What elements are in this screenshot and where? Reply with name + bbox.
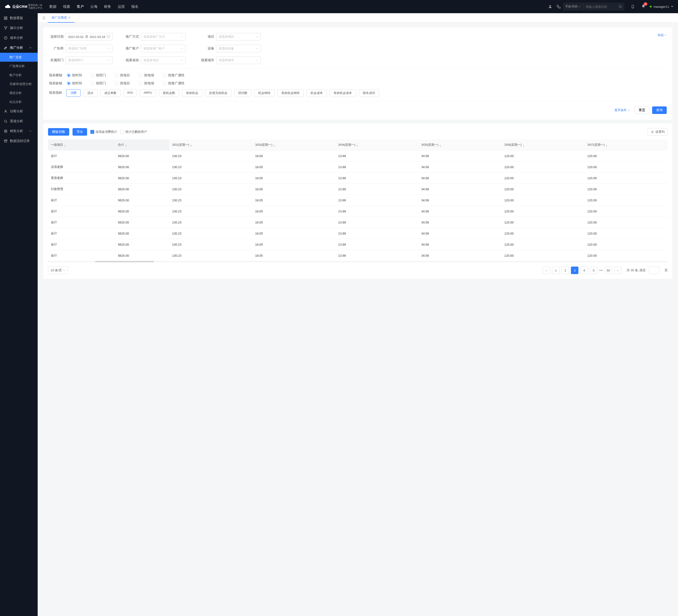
vaxis-按时间[interactable]: 按时间 <box>67 81 82 85</box>
col-header[interactable]: 合计▲▼ <box>115 139 169 150</box>
haxis-按项目[interactable]: 按项目 <box>115 73 130 77</box>
metric-回访数[interactable]: 回访数 <box>234 89 252 97</box>
sidebar-item-数据看版[interactable]: 数据看版 <box>0 13 38 23</box>
col-header[interactable]: 3/05(星期一)▲▼ <box>418 139 501 150</box>
sidebar-item-数据流转记录[interactable]: 数据流转记录 <box>0 136 38 146</box>
search-button[interactable] <box>616 5 624 8</box>
metric-机会成本[interactable]: 机会成本 <box>306 89 327 97</box>
notifications[interactable]: 5 <box>641 4 645 9</box>
vaxis-按部门[interactable]: 按部门 <box>91 81 106 85</box>
sidebar-sub-广告商分析[interactable]: 广告商分析 <box>0 62 38 71</box>
pager-page-3[interactable]: 3 <box>571 266 578 274</box>
tab-promotion-overview[interactable]: 推广总预览 ✕ <box>48 13 74 23</box>
chevron-down-icon <box>181 59 183 62</box>
col-header[interactable]: 3/06(星期一)▲▼ <box>501 139 585 150</box>
horizontal-scrollbar[interactable] <box>48 261 668 262</box>
sidebar-item-销售分析[interactable]: 销售分析 <box>0 126 38 136</box>
pager-page-4[interactable]: 4 <box>580 266 588 274</box>
expand-link[interactable]: 展开条件 <box>614 108 630 112</box>
pager-page-2[interactable]: 2 <box>562 266 569 274</box>
pager-page-5[interactable]: 5 <box>590 266 597 274</box>
table-row: 会计5620.00130.2318.0513.8934.56120.00120.… <box>48 195 668 206</box>
sidebar-sub-推广总览[interactable]: 推广总览 <box>0 53 38 62</box>
project-select[interactable]: 请选择项目 <box>216 33 261 40</box>
include-deleted-checkbox[interactable]: 统计已删除用户 <box>120 130 147 134</box>
topnav-财务[interactable]: 财务 <box>104 4 111 9</box>
sidebar-sub-站点分析[interactable]: 站点分析 <box>0 98 38 106</box>
col-header[interactable]: 一级项目▲▼ <box>48 139 115 150</box>
haxis-按时间[interactable]: 按时间 <box>67 73 82 77</box>
metric-有效机会成本[interactable]: 有效机会成本 <box>330 89 356 97</box>
sidebar-sub-关键词/创意分析[interactable]: 关键词/创意分析 <box>0 80 38 88</box>
svg-rect-13 <box>4 140 7 141</box>
metric-有效机会销转[interactable]: 有效机会销转 <box>277 89 304 97</box>
haxis-按推广属性[interactable]: 按推广属性 <box>163 73 185 77</box>
metric-消费[interactable]: 消费 <box>66 89 80 97</box>
province-select[interactable]: 请选择省份 <box>141 57 186 64</box>
metric-ROI[interactable]: ROI <box>123 89 137 97</box>
col-header[interactable]: 3/03(星期一)▲▼ <box>252 139 335 150</box>
search-type-select[interactable]: 手机号码 <box>563 3 583 10</box>
topnav-线索[interactable]: 线索 <box>63 4 70 9</box>
topnav-报名[interactable]: 报名 <box>131 4 139 9</box>
reset-button[interactable]: 重置 <box>635 106 649 114</box>
pager-page-50[interactable]: 50 <box>605 266 612 274</box>
columns-button[interactable]: 设置列 <box>648 128 668 136</box>
metric-成交单数[interactable]: 成交单数 <box>100 89 120 97</box>
haxis-按部门[interactable]: 按部门 <box>91 73 106 77</box>
sidebar-item-推广分析[interactable]: 推广分析 <box>0 43 38 53</box>
query-button[interactable]: 查询 <box>652 106 667 114</box>
metric-流水[interactable]: 流水 <box>83 89 98 97</box>
col-header[interactable]: 3/07(星期一)▲▼ <box>585 139 668 150</box>
haxis-按地域[interactable]: 按地域 <box>139 73 154 77</box>
dept-select[interactable]: 请选择部门 <box>66 57 113 64</box>
v-axis-label: 报表纵轴 <box>49 81 63 85</box>
search-input[interactable] <box>583 5 616 8</box>
pager-page-1[interactable]: 1 <box>552 266 560 274</box>
vaxis-按项目[interactable]: 按项目 <box>115 81 130 85</box>
sidebar-item-访客分析[interactable]: 访客分析 <box>0 106 38 116</box>
phone-icon[interactable] <box>554 4 563 9</box>
export-button[interactable]: 导出 <box>73 128 87 136</box>
sidebar-item-渠道分析[interactable]: 渠道分析 <box>0 116 38 126</box>
page-size-select[interactable]: 10 条/页 <box>48 266 68 274</box>
topnav-客户[interactable]: 客户 <box>77 4 84 9</box>
metric-有效机会[interactable]: 有效机会 <box>182 89 202 97</box>
account-select[interactable]: 请选择推广账户 <box>141 45 186 52</box>
topnav-数据[interactable]: 数据 <box>49 4 57 9</box>
metric-反馈无效机会[interactable]: 反馈无效机会 <box>205 89 231 97</box>
advertiser-select[interactable]: 请选择广告商 <box>66 45 113 52</box>
metric-报名成功[interactable]: 报名成功 <box>359 89 379 97</box>
col-header[interactable]: 3/02(星期一)▲▼ <box>169 139 252 150</box>
user-menu[interactable]: manager11 <box>650 5 673 8</box>
vaxis-按推广属性[interactable]: 按推广属性 <box>163 81 185 85</box>
vaxis-按地域[interactable]: 按地域 <box>139 81 154 85</box>
svg-point-0 <box>550 5 551 7</box>
pager-jump-input[interactable] <box>649 266 660 274</box>
metric-新机会数[interactable]: 新机会数 <box>159 89 179 97</box>
sidebar-item-成本分析[interactable]: 成本分析 <box>0 33 38 43</box>
topnav-公海[interactable]: 公海 <box>90 4 98 9</box>
tabs-menu-icon[interactable]: ☰ <box>40 16 48 20</box>
metric-机会销转[interactable]: 机会销转 <box>254 89 274 97</box>
topnav-运营[interactable]: 运营 <box>118 4 125 9</box>
chevron-down-icon <box>29 130 32 132</box>
sidebar-sub-项目分析[interactable]: 项目分析 <box>0 88 38 98</box>
method-select[interactable]: 请选择推广方式 <box>141 33 186 40</box>
cash-consume-checkbox[interactable]: ✓按现金消费统计 <box>90 130 117 134</box>
pager-next[interactable]: › <box>614 266 622 274</box>
mobile-icon[interactable] <box>629 4 637 9</box>
col-header[interactable]: 3/04(星期一)▲▼ <box>335 139 419 150</box>
svg-point-12 <box>5 131 6 132</box>
sidebar-item-漏斗分析[interactable]: 漏斗分析 <box>0 23 38 33</box>
collapse-link[interactable]: 收起 <box>658 33 667 37</box>
user-icon[interactable] <box>546 4 554 9</box>
metric-ARPU[interactable]: ARPU <box>140 89 156 97</box>
city-select[interactable]: 请选择城市 <box>216 57 261 64</box>
date-range-picker[interactable]: 2021-03-02至2021-03-16 <box>66 33 113 40</box>
pager-prev[interactable]: ‹ <box>543 266 550 274</box>
sidebar-sub-账户分析[interactable]: 账户分析 <box>0 71 38 80</box>
tab-close[interactable]: ✕ <box>68 16 71 19</box>
swap-button[interactable]: 横纵切换 <box>48 128 69 136</box>
device-select[interactable]: 请选择设备 <box>216 45 261 52</box>
